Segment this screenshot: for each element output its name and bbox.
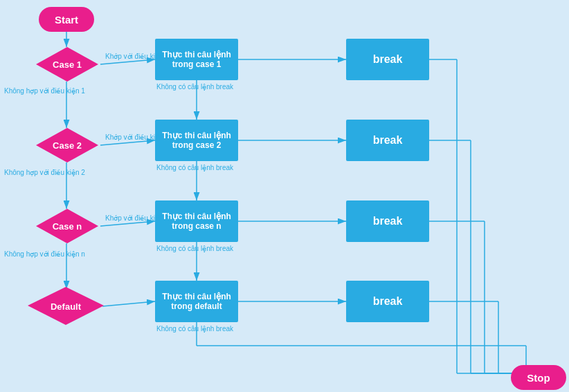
- break-box-default: break: [346, 281, 429, 322]
- nobreak-label-n: Không có câu lệnh break: [156, 245, 233, 252]
- svg-line-9: [100, 221, 155, 226]
- svg-line-12: [102, 301, 155, 306]
- break-box-2: break: [346, 120, 429, 161]
- diamond-case1: Case 1: [36, 47, 98, 82]
- exec-box-default: Thực thi câu lệnhtrong default: [155, 281, 238, 322]
- flowchart: Start Case 1 Case 2 Case n Default Thực …: [0, 0, 569, 392]
- match-label-3: Khớp với điều kiện 3: [105, 214, 169, 222]
- diamond-default: Default: [28, 287, 104, 325]
- match-label-2: Khớp với điều kiện 2: [105, 133, 169, 141]
- nobreak-label-2: Không có câu lệnh break: [156, 164, 233, 171]
- nobreak-label-1: Không có câu lệnh break: [156, 83, 233, 91]
- svg-line-3: [100, 59, 155, 64]
- default-label: Default: [51, 301, 81, 311]
- nobreak-label-d: Không có câu lệnh break: [156, 325, 233, 333]
- break-box-1: break: [346, 39, 429, 80]
- case1-label: Case 1: [53, 59, 82, 70]
- diamond-casen: Case n: [36, 209, 98, 243]
- break-box-n: break: [346, 200, 429, 242]
- match-label-1: Khớp với điều kiện 1: [105, 53, 169, 60]
- nomatch-label-1: Không hợp với điều kiện 1: [4, 87, 85, 95]
- casen-label: Case n: [53, 221, 82, 232]
- start-node: Start: [39, 7, 94, 32]
- stop-node: Stop: [511, 365, 566, 390]
- nomatch-label-2: Không hợp với điều kiện 2: [4, 169, 85, 176]
- nomatch-label-n: Không hợp với điều kiện n: [4, 250, 85, 258]
- svg-line-6: [100, 140, 155, 145]
- diamond-case2: Case 2: [36, 128, 98, 162]
- case2-label: Case 2: [53, 140, 82, 151]
